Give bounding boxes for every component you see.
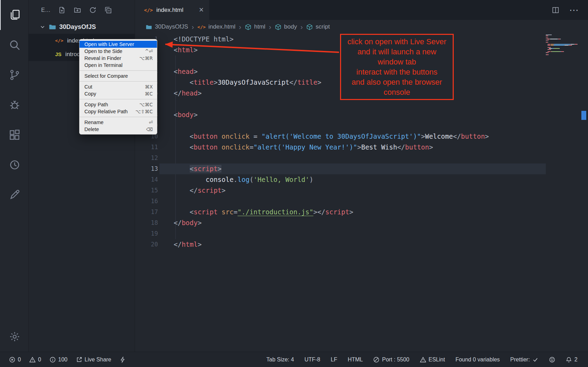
breadcrumb-label: body [284,23,297,30]
menu-item-shortcut: ⌥⌘C [140,101,153,108]
status-eslint[interactable]: ESLint [420,357,445,363]
code-line-12[interactable]: 12 [135,153,588,163]
status-eol-text: LF [331,357,337,363]
code-line-16[interactable]: 16 [135,196,588,207]
menu-copy-relative-path[interactable]: Copy Relative Path⌥⇧⌘C [80,108,157,115]
status-problems-info[interactable]: 100 [50,357,68,363]
activity-explorer-button[interactable] [0,0,28,30]
new-folder-button[interactable] [74,6,81,14]
settings-button[interactable] [0,322,28,352]
annotation-text-line: and it will launch a new [342,47,451,57]
status-language-mode[interactable]: HTML [348,357,363,363]
status-quick-run[interactable] [120,357,126,363]
annotation-text-line: window tab [342,57,451,67]
menu-cut[interactable]: Cut⌘X [80,83,157,90]
menu-delete[interactable]: Delete⌫ [80,126,157,133]
code-line-17[interactable]: 17 <script src="./introduction.js"></scr… [135,207,588,217]
menu-reveal-in-finder[interactable]: Reveal in Finder⌥⌘R [80,55,157,62]
bell-icon [566,357,572,363]
status-bar: 00100Live Share Tab Size: 4UTF-8LFHTMLPo… [0,352,588,367]
activity-live-share-button[interactable] [0,150,28,180]
activity-edit-tools-button[interactable] [0,180,28,210]
code-line-9[interactable]: 9 [135,120,588,131]
status-eol[interactable]: LF [331,357,337,363]
code-line-11[interactable]: 11 <button onclick="alert('Happy New Yea… [135,142,588,153]
breadcrumb: 30DaysOfJS›</>index.html›html›body›scrip… [135,20,588,34]
status-encoding-text: UTF-8 [304,357,320,363]
code-line-19[interactable]: 19 [135,228,588,239]
more-actions-icon[interactable]: ⋯ [569,5,579,16]
status-tab-size[interactable]: Tab Size: 4 [266,357,294,363]
menu-open-to-the-side[interactable]: Open to the Side^⏎ [80,48,157,55]
status-problems-errors[interactable]: 0 [9,357,21,363]
overview-ruler-marker [581,111,586,120]
code-line-15[interactable]: 15 </script> [135,185,588,196]
new-folder-icon [74,6,81,14]
menu-item-shortcut: ⌥⇧⌘C [135,108,153,115]
status-encoding[interactable]: UTF-8 [304,357,320,363]
minimap[interactable] [546,35,584,55]
symbol-cube-icon [275,24,281,30]
line-content: </body> [174,217,202,228]
html-file-icon: </> [55,38,63,43]
explorer-title: E… [41,7,51,13]
collapse-all-button[interactable] [104,6,112,14]
status-problems-warnings-text: 0 [38,357,41,363]
breadcrumb-item-body[interactable]: body [275,23,297,30]
html-file-icon: </> [144,7,153,13]
breadcrumb-item-30daysofjs[interactable]: 30DaysOfJS [145,23,188,30]
activity-bar [0,0,29,352]
menu-open-in-terminal[interactable]: Open in Terminal [80,62,157,69]
code-line-14[interactable]: 14 console.log('Hello, World') [135,174,588,185]
menu-open-with-live-server[interactable]: Open with Live Server [80,41,157,48]
code-line-10[interactable]: 10 <button onclick = "alert('Welcome to … [135,131,588,142]
status-problems-errors-text: 0 [18,357,21,363]
line-number: 20 [135,239,158,250]
menu-copy[interactable]: Copy⌘C [80,90,157,97]
activity-search-button[interactable] [0,30,28,60]
breadcrumb-item-script[interactable]: script [306,23,330,30]
breadcrumb-separator: › [238,23,243,31]
menu-item-label: Delete [84,126,99,133]
menu-copy-path[interactable]: Copy Path⌥⌘C [80,101,157,108]
split-editor-icon[interactable] [552,6,559,14]
line-number: 17 [135,207,158,217]
warning-triangle-icon [29,357,36,363]
git-branch-icon [9,69,21,81]
status-notifications-text: 2 [574,357,578,363]
activity-extensions-button[interactable] [0,120,28,150]
menu-rename[interactable]: Rename⏎ [80,119,157,126]
status-problems-warnings[interactable]: 0 [29,357,41,363]
menu-separator [80,81,157,82]
breadcrumb-item-index-html[interactable]: </>index.html [197,23,235,30]
breadcrumb-item-html[interactable]: html [245,23,265,30]
code-line-20[interactable]: 20</html> [135,239,588,250]
share-icon [76,357,82,363]
refresh-button[interactable] [89,6,97,14]
tab-index-html[interactable]: </> index.html × [135,0,209,20]
editor-actions: ⋯ [552,0,588,20]
activity-source-control-button[interactable] [0,60,28,90]
code-line-18[interactable]: 18</body> [135,217,588,228]
status-found-variables[interactable]: Found 0 variables [455,357,500,363]
status-live-share[interactable]: Live Share [76,357,112,363]
status-feedback[interactable] [549,357,555,363]
context-menu: Open with Live ServerOpen to the Side^⏎R… [79,39,157,135]
menu-item-label: Open to the Side [84,48,122,55]
folder-root-row[interactable]: 30DaysOfJS [29,20,135,34]
close-icon[interactable]: × [199,6,204,14]
new-file-button[interactable] [58,6,66,14]
activity-run-debug-button[interactable] [0,90,28,120]
menu-item-label: Open in Terminal [84,62,122,69]
line-number: 14 [135,174,158,185]
status-notifications[interactable]: 2 [566,357,578,363]
code-line-8[interactable]: 8<body> [135,109,588,120]
tab-bar: </> index.html × ⋯ [135,0,588,20]
line-content: <body> [174,109,198,120]
menu-separator [80,99,157,99]
code-line-13[interactable]: 13 <script> [135,163,588,174]
menu-select-for-compare[interactable]: Select for Compare [80,72,157,79]
status-live-server-port[interactable]: Port : 5500 [373,357,409,363]
code-line-7[interactable]: 7 [135,99,588,109]
status-prettier[interactable]: Prettier: [510,357,538,363]
